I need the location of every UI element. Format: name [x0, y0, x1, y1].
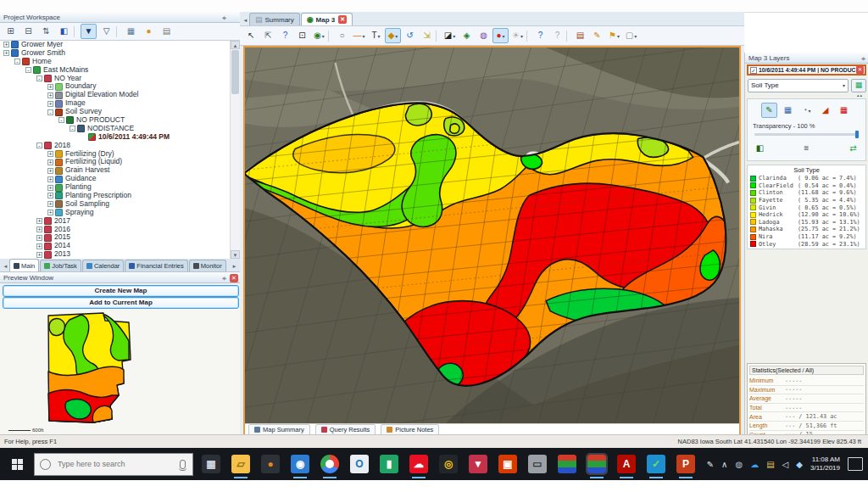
- acrobat-icon[interactable]: A: [617, 455, 636, 473]
- tab-financial-entries[interactable]: Financial Entries: [125, 260, 187, 271]
- tab-monitor[interactable]: Monitor: [189, 260, 226, 271]
- tree-item[interactable]: + Grain Harvest: [0, 166, 240, 175]
- legend-entry[interactable]: Fayette ( 5.35 ac = 4.4%): [748, 197, 865, 204]
- expand-toggle-icon[interactable]: +: [47, 176, 53, 182]
- tree-item[interactable]: + Guidance: [0, 175, 240, 183]
- tree-item[interactable]: - 2018: [0, 142, 240, 150]
- expand-tree-icon[interactable]: ⊞: [3, 24, 19, 39]
- legend-entry[interactable]: Clarinda ( 9.06 ac = 7.4%): [748, 175, 865, 182]
- expand-toggle-icon[interactable]: +: [47, 210, 53, 215]
- tab-summary[interactable]: ▤ Summary: [249, 13, 300, 25]
- toolbar-separator[interactable]: [328, 31, 333, 42]
- identify-icon[interactable]: ?: [277, 28, 293, 43]
- query-tool-icon[interactable]: ◍: [476, 28, 492, 43]
- legend-entry[interactable]: Mahaska (25.75 ac = 21.2%): [748, 226, 865, 233]
- help-icon[interactable]: ?: [532, 28, 548, 43]
- tab-scroll-left-icon[interactable]: ◄: [2, 261, 9, 271]
- expand-toggle-icon[interactable]: +: [47, 201, 53, 207]
- sort-tree-icon[interactable]: ⇅: [38, 24, 54, 39]
- read-device-icon[interactable]: ◧: [56, 24, 72, 39]
- tree-item[interactable]: - East McMains: [0, 66, 240, 75]
- expand-toggle-icon[interactable]: +: [36, 252, 42, 258]
- tree-item[interactable]: + 2014: [0, 242, 240, 250]
- legend-ramp-icon[interactable]: ◢: [817, 103, 833, 118]
- record-icon[interactable]: ●▾: [492, 28, 509, 43]
- legend-entry[interactable]: Nira (11.17 ac = 9.2%): [748, 233, 865, 241]
- chevron-up-icon[interactable]: ∧: [721, 460, 727, 469]
- expand-toggle-icon[interactable]: +: [36, 226, 42, 232]
- start-button[interactable]: [0, 448, 34, 480]
- color-grid-icon[interactable]: ▦: [836, 103, 852, 118]
- camera-app-icon[interactable]: ◎: [439, 455, 458, 473]
- expand-toggle-icon[interactable]: +: [47, 101, 53, 107]
- toolbar-separator[interactable]: [436, 31, 441, 42]
- toolbar-separator[interactable]: [116, 26, 121, 37]
- tree-item[interactable]: + Image: [0, 99, 240, 108]
- expand-toggle-icon[interactable]: -: [36, 75, 42, 81]
- cloud-app-icon[interactable]: ☁: [409, 455, 428, 473]
- explorer-tray-icon[interactable]: ▤: [766, 460, 774, 469]
- tree-item[interactable]: - Home: [0, 58, 240, 66]
- close-tab-icon[interactable]: ✕: [338, 15, 347, 24]
- phone-app-icon[interactable]: ▭: [528, 455, 547, 473]
- tree-scrollbar[interactable]: ▲ ▼: [230, 41, 240, 259]
- expand-toggle-icon[interactable]: +: [3, 50, 9, 56]
- pin-icon[interactable]: ⌖: [222, 273, 226, 284]
- taskbar-search[interactable]: [34, 453, 193, 476]
- teams-tray-icon[interactable]: ◍: [735, 460, 743, 469]
- tree-item[interactable]: + 2015: [0, 233, 240, 242]
- tree-item[interactable]: + 2013: [0, 250, 240, 259]
- chart-type-icon[interactable]: ◔▾: [798, 103, 815, 118]
- layer-type-dropdown[interactable]: Soil Type ▾: [748, 79, 849, 92]
- tree-item[interactable]: + Fertilizing (Liquid): [0, 158, 240, 166]
- transparency-slider[interactable]: [754, 133, 859, 136]
- chrome-icon[interactable]: [320, 455, 339, 473]
- map-3d-viewport[interactable]: [245, 48, 739, 423]
- zoom-window-icon[interactable]: ⊡: [294, 28, 310, 43]
- globe-icon[interactable]: ◉▾: [311, 28, 327, 43]
- expand-toggle-icon[interactable]: +: [47, 193, 53, 198]
- printer-icon[interactable]: ▤: [159, 24, 175, 39]
- tree-item[interactable]: + Digital Elevation Model: [0, 91, 240, 99]
- close-icon[interactable]: ✕: [230, 274, 238, 282]
- tree-item[interactable]: + 2016: [0, 226, 240, 234]
- tab-job-task[interactable]: Job/Task: [40, 260, 81, 271]
- symbology-icon[interactable]: ◆▾: [385, 28, 401, 43]
- pin-icon[interactable]: ⌖: [861, 53, 865, 64]
- tree-item[interactable]: 10/6/2011 4:49:44 PM: [0, 133, 240, 142]
- expand-toggle-icon[interactable]: +: [36, 235, 42, 241]
- layer-checkbox[interactable]: ✓: [750, 67, 757, 74]
- circle-select-icon[interactable]: ○: [334, 28, 350, 43]
- expand-toggle-icon[interactable]: +: [47, 168, 53, 174]
- expand-toggle-icon[interactable]: +: [47, 92, 53, 98]
- expand-toggle-icon[interactable]: -: [47, 109, 53, 115]
- expand-toggle-icon[interactable]: +: [47, 151, 53, 157]
- legend-entry[interactable]: Hedrick (12.90 ac = 10.6%): [748, 211, 865, 219]
- photos-app-icon[interactable]: ✓: [647, 455, 665, 473]
- edit-layer-icon[interactable]: ✎: [761, 103, 777, 118]
- legend-entry[interactable]: ClearField ( 0.54 ac = 0.4%): [748, 182, 865, 190]
- expand-toggle-icon[interactable]: +: [36, 218, 42, 224]
- measure-icon[interactable]: —▾: [351, 28, 367, 43]
- tab-scroll-left-icon[interactable]: ◄: [242, 15, 249, 25]
- image-card-icon[interactable]: ▦: [123, 24, 139, 39]
- powerpoint-icon[interactable]: P: [676, 455, 695, 473]
- toolbar-separator[interactable]: [566, 31, 571, 42]
- sms-active-app-icon[interactable]: [587, 455, 606, 473]
- toolbar-separator[interactable]: [526, 31, 531, 42]
- tree-item[interactable]: - NO Year: [0, 75, 240, 83]
- attribute-table-icon[interactable]: ≡: [798, 141, 815, 156]
- context-help-icon[interactable]: ?: [549, 28, 565, 43]
- tree-item[interactable]: + Spraying: [0, 209, 240, 217]
- layer-map-icon[interactable]: ▦: [780, 103, 796, 118]
- tree-item[interactable]: + 2017: [0, 217, 240, 226]
- notification-center-icon[interactable]: [848, 457, 863, 471]
- tab-main[interactable]: Main: [9, 259, 39, 271]
- notes-icon[interactable]: ✎: [589, 28, 605, 43]
- volume-icon[interactable]: ◁: [782, 460, 789, 469]
- active-layer-bar[interactable]: ✓ 10/6/2011 4:49:44 PM | NO PRODUC ✕: [747, 64, 866, 75]
- sms-app-icon[interactable]: [558, 455, 576, 473]
- expand-toggle-icon[interactable]: +: [47, 159, 53, 165]
- rotate-view-icon[interactable]: ↺: [402, 28, 418, 43]
- create-new-map-button[interactable]: Create New Map: [3, 285, 239, 297]
